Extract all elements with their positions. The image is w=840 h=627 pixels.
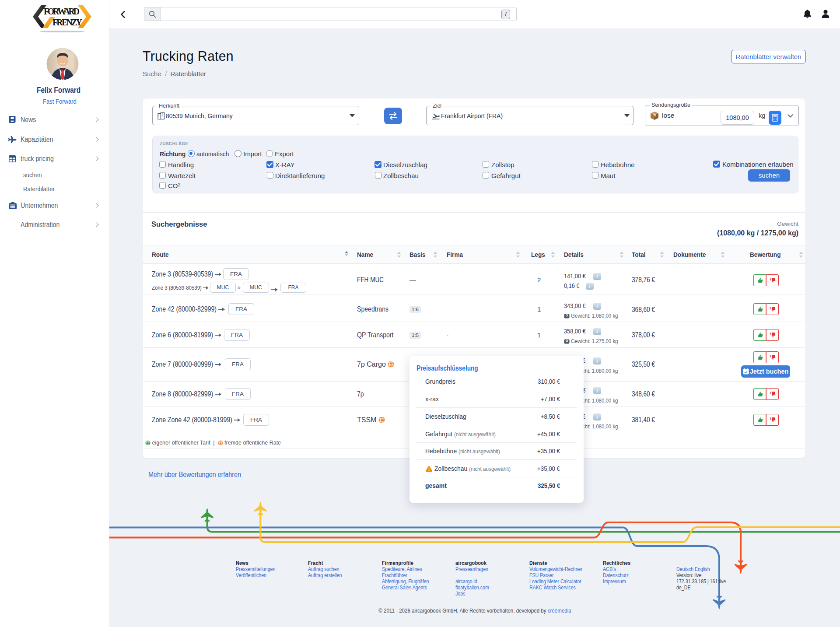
svg-text:FORWARD: FORWARD [44,7,80,16]
svg-text:FRENZY: FRENZY [52,18,83,27]
